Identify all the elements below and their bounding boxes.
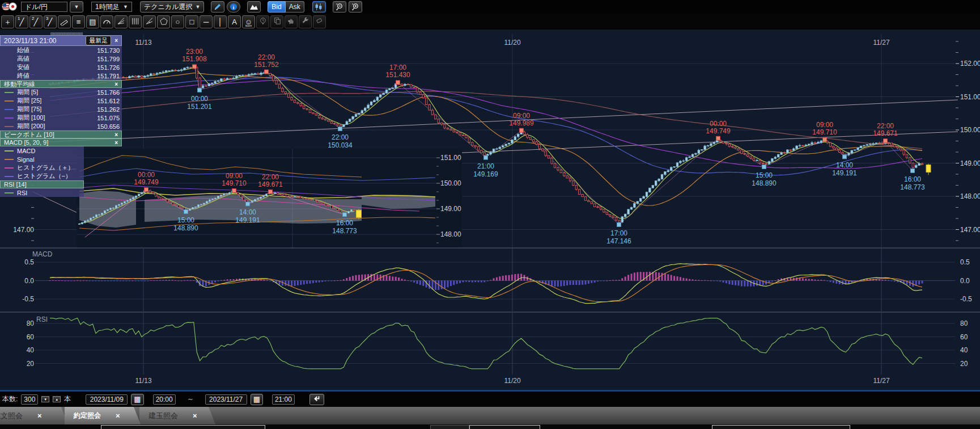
tab-建玉照会[interactable]: 建玉照会× — [139, 407, 215, 424]
svg-text:151.201: 151.201 — [187, 103, 212, 111]
cut-button[interactable] — [430, 425, 469, 429]
legend-row-label: 始値 — [17, 46, 97, 54]
pair-dropdown-button[interactable]: ▼ — [70, 1, 83, 12]
close-icon[interactable]: × — [37, 411, 42, 420]
zoom-in-button[interactable] — [349, 1, 362, 12]
count-down-button[interactable]: ▼ — [41, 396, 49, 402]
bar-count-input[interactable]: 300 — [21, 394, 38, 405]
close-icon[interactable]: × — [113, 81, 119, 87]
series-color-swatch — [5, 192, 14, 194]
legend-row: 期間 [200]150.656 — [0, 122, 122, 131]
svg-text:16:00: 16:00 — [336, 219, 353, 227]
close-icon[interactable]: × — [113, 37, 119, 44]
vline-tool-button[interactable]: │ — [214, 15, 227, 28]
hand-icon — [287, 17, 295, 26]
gauge-icon — [103, 18, 111, 26]
wrench-tool-button[interactable] — [299, 15, 312, 28]
svg-text:151.00: 151.00 — [440, 154, 461, 162]
svg-text:11/13: 11/13 — [135, 377, 151, 385]
legend-row: RSI — [0, 188, 84, 197]
ruler-tool-button[interactable] — [58, 15, 71, 28]
legend-row-label: ヒストグラム（＋） — [17, 163, 82, 172]
cut-input[interactable] — [712, 425, 850, 429]
hlines-3-tool-button[interactable]: ≡ — [72, 15, 85, 28]
tab-約定照会[interactable]: 約定照会× — [65, 407, 141, 424]
svg-text:151.908: 151.908 — [182, 55, 207, 63]
legend-row: 期間 [25]151.612 — [0, 96, 122, 105]
pair-field[interactable]: ドル/円 — [21, 2, 67, 12]
timeframe-select[interactable]: 1時間足▼ — [91, 2, 132, 12]
bottom-tab-bar: 注文照会×約定照会×建玉照会× — [0, 407, 980, 424]
cut-input[interactable] — [469, 425, 540, 429]
vlines-tool-button[interactable] — [129, 15, 142, 28]
copy-tool-button[interactable] — [270, 15, 283, 28]
svg-text:23:00: 23:00 — [186, 48, 203, 56]
zoom-out-button[interactable] — [333, 1, 346, 12]
tab-注文照会[interactable]: 注文照会× — [0, 407, 68, 424]
circle-tool-button[interactable]: ○ — [171, 15, 184, 28]
svg-text:17:00: 17:00 — [389, 64, 406, 72]
pentagon-tool-button[interactable] — [157, 15, 170, 28]
text-tool-button[interactable]: A — [228, 15, 241, 28]
legend-row: 期間 [100]151.075 — [0, 113, 122, 122]
count-up-button[interactable]: ▲ — [53, 396, 61, 402]
trendline-3-tool-button[interactable]: ╱3 — [44, 15, 57, 28]
svg-text:20: 20 — [27, 360, 35, 368]
emoticon-icon: ☺icon — [245, 18, 252, 26]
svg-text:150.00: 150.00 — [960, 126, 980, 134]
svg-text:22:00: 22:00 — [258, 53, 275, 61]
candle-chart-button[interactable] — [312, 1, 326, 12]
reload-button[interactable] — [309, 394, 324, 405]
legend-row: ヒストグラム（＋） — [0, 163, 84, 172]
crosshair-tool-button[interactable]: ＋ — [1, 15, 14, 28]
cut-input[interactable] — [101, 425, 265, 429]
close-icon[interactable]: × — [113, 132, 119, 138]
draw-pencil-button[interactable] — [211, 1, 224, 12]
eraser-tool-button[interactable] — [313, 15, 326, 28]
emoticon-tool-button[interactable]: ☺icon — [242, 15, 255, 28]
from-calendar-button[interactable]: ▦ — [131, 394, 143, 405]
technical-select-button[interactable]: テクニカル選択▼ — [140, 1, 204, 12]
svg-text:148.890: 148.890 — [173, 224, 198, 232]
from-date-input[interactable]: 2023/11/09 — [86, 394, 128, 405]
close-icon[interactable]: × — [193, 411, 197, 420]
legend-row-value: 151.730 — [97, 47, 120, 54]
to-time-input[interactable]: 21:00 — [272, 394, 295, 405]
range-tilde-label: ～ — [187, 394, 194, 404]
legend-row-label: 期間 [25] — [17, 96, 97, 105]
from-time-input[interactable]: 20:00 — [153, 394, 176, 405]
svg-text:14:00: 14:00 — [836, 161, 853, 169]
history-icon — [259, 17, 267, 26]
rectangle-tool-button[interactable]: □ — [185, 15, 198, 28]
legend-datetime: 2023/11/13 21:00 — [4, 37, 86, 45]
to-calendar-button[interactable]: ▦ — [251, 394, 263, 405]
info-button[interactable]: i — [227, 1, 240, 12]
chevron-down-icon: ▼ — [74, 4, 79, 10]
bid-button[interactable]: Bid — [268, 1, 285, 12]
history-tool-button[interactable] — [256, 15, 269, 28]
gauge-tool-button[interactable] — [100, 15, 113, 28]
trendline-2-tool-button[interactable]: ╱2 — [29, 15, 43, 28]
svg-text:09:00: 09:00 — [513, 112, 530, 120]
close-icon[interactable]: × — [116, 411, 120, 420]
ask-button[interactable]: Ask — [286, 1, 304, 12]
svg-text:00:00: 00:00 — [710, 120, 727, 128]
fan-lines-tool-button[interactable] — [114, 15, 128, 28]
legend-row-value: 151.799 — [97, 56, 120, 62]
area-chart-button[interactable] — [247, 1, 261, 12]
hand-tool-button[interactable] — [285, 15, 298, 28]
svg-text:149.169: 149.169 — [473, 170, 498, 178]
main-chart-canvas[interactable]: 23:00151.90822:00151.75217:00151.43009:0… — [0, 30, 980, 390]
angle-lines-tool-button[interactable] — [143, 15, 156, 28]
latest-bar-button[interactable]: 最新足 — [86, 36, 111, 45]
hline-tool-button[interactable]: ─ — [200, 15, 213, 28]
close-icon[interactable]: × — [113, 140, 119, 146]
to-date-input[interactable]: 2023/11/27 — [205, 394, 247, 405]
trendline-1-tool-button[interactable]: ╱1 — [15, 15, 28, 28]
legend-row-value: 151.075 — [97, 115, 120, 121]
series-color-swatch — [5, 159, 14, 160]
series-color-swatch — [5, 100, 14, 102]
bar-unit-label: 本 — [64, 394, 71, 404]
hlines-4-tool-button[interactable]: ▤ — [86, 15, 99, 28]
jp-flag-icon — [9, 2, 17, 11]
